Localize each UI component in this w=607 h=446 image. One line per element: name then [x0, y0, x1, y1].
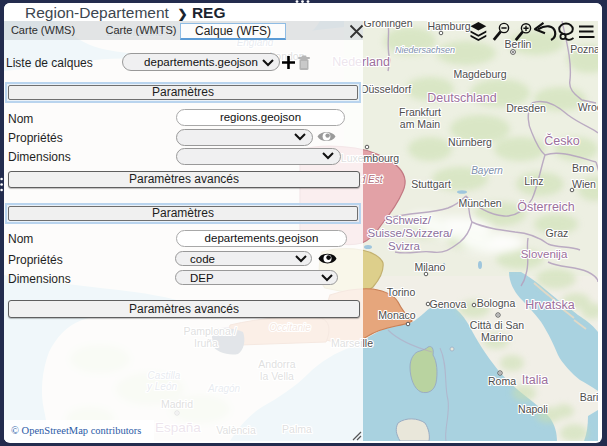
svg-text:Napoli: Napoli	[518, 403, 548, 415]
svg-text:Dresden: Dresden	[506, 102, 546, 114]
svg-text:Česko: Česko	[544, 133, 579, 148]
svg-text:Österreich: Österreich	[517, 200, 575, 214]
svg-text:Roma: Roma	[488, 375, 516, 387]
svg-text:Berlin: Berlin	[505, 38, 532, 50]
svg-text:Città di San: Città di San	[470, 319, 524, 331]
svg-text:Niedersachsen: Niedersachsen	[395, 45, 455, 55]
svg-text:Groningen: Groningen	[363, 21, 412, 29]
svg-text:Linz: Linz	[524, 175, 543, 187]
svg-text:Bayern: Bayern	[471, 165, 503, 176]
svg-text:Genova: Genova	[430, 298, 467, 310]
svg-text:Deutschland: Deutschland	[427, 91, 497, 105]
svg-text:Frankfurt: Frankfurt	[399, 106, 441, 118]
svg-text:Poznań: Poznań	[570, 43, 598, 55]
svg-text:Magdeburg: Magdeburg	[453, 68, 506, 80]
svg-text:Düsseldorf: Düsseldorf	[361, 83, 411, 95]
svg-text:Torino: Torino	[387, 286, 416, 298]
svg-text:am Main: am Main	[400, 118, 440, 130]
svg-text:Svizra: Svizra	[388, 240, 421, 252]
svg-text:Slovenija: Slovenija	[521, 248, 568, 260]
svg-text:München: München	[458, 197, 501, 209]
svg-text:Stuttgart: Stuttgart	[411, 178, 451, 190]
svg-text:Nürnberg: Nürnberg	[448, 136, 492, 148]
svg-text:Marino: Marino	[481, 331, 513, 343]
svg-text:Wrocła: Wrocła	[578, 101, 598, 113]
svg-text:Suisse/Svizzera/: Suisse/Svizzera/	[367, 227, 453, 239]
svg-text:Schweiz/: Schweiz/	[385, 214, 432, 226]
svg-text:Graz: Graz	[546, 227, 569, 239]
svg-text:Italia: Italia	[522, 373, 548, 387]
svg-text:Bari: Bari	[580, 391, 598, 403]
svg-text:Milano: Milano	[415, 261, 446, 273]
svg-text:Brno: Brno	[572, 162, 594, 174]
svg-text:Hamburg: Hamburg	[427, 21, 470, 32]
svg-text:Bologna: Bologna	[477, 297, 516, 309]
svg-text:Monaco: Monaco	[378, 309, 416, 321]
svg-text:Wien: Wien	[572, 178, 596, 190]
svg-text:Hrvatska: Hrvatska	[525, 298, 574, 312]
